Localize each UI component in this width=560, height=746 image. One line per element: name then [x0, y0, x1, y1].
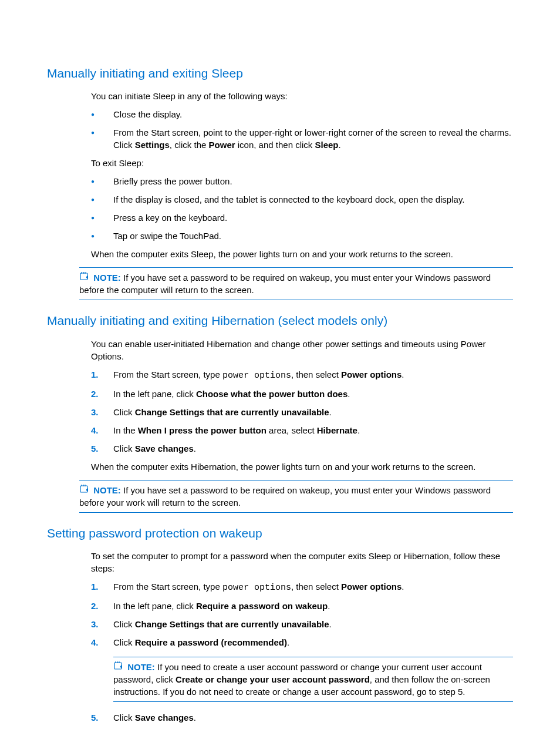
bold-text: Power options	[341, 582, 402, 592]
text: .	[329, 619, 332, 629]
text: Click	[113, 443, 135, 453]
note-icon	[113, 661, 124, 673]
bold-text: Power options	[341, 369, 402, 379]
list-item: Click Change Settings that are currently…	[91, 618, 513, 630]
list-item: Click Save changes.	[91, 442, 513, 455]
svg-rect-2	[114, 663, 122, 669]
svg-rect-1	[80, 486, 87, 492]
note-block: NOTE: If you have set a password to be r…	[79, 480, 513, 513]
text: From the Start screen, type	[113, 582, 222, 592]
note-text: If you have set a password to be require…	[79, 485, 491, 508]
text: .	[194, 713, 196, 723]
note-label: NOTE:	[93, 273, 121, 283]
list-item: Click Change Settings that are currently…	[91, 406, 513, 418]
mono-text: power options	[222, 371, 291, 381]
hibernation-steps: From the Start screen, type power option…	[91, 368, 513, 455]
note-block: NOTE: If you need to create a user accou…	[113, 657, 513, 702]
bold-text: Require a password (recommended)	[135, 637, 287, 647]
list-item: In the left pane, click Choose what the …	[91, 388, 513, 400]
list-item: Click Save changes.	[91, 711, 513, 724]
text: , then select	[291, 582, 341, 592]
password-intro: To set the computer to prompt for a pass…	[91, 550, 513, 574]
hibernation-intro: You can enable user-initiated Hibernatio…	[91, 338, 513, 362]
mono-text: power options	[222, 583, 291, 593]
text: area, select	[266, 425, 317, 435]
bold-text: Settings	[135, 140, 170, 150]
password-steps: From the Start screen, type power option…	[91, 580, 513, 724]
bold-text: Change Settings that are currently unava…	[135, 407, 329, 417]
list-item: Press a key on the keyboard.	[91, 211, 513, 224]
text: icon, and then click	[235, 140, 315, 150]
text: , click the	[170, 140, 209, 150]
bold-text: Sleep	[315, 140, 338, 150]
hibernation-after: When the computer exits Hibernation, the…	[91, 461, 513, 473]
bold-text: Choose what the power button does	[196, 389, 348, 399]
svg-rect-0	[80, 273, 87, 280]
text: Click	[113, 637, 135, 647]
bold-text: Change Settings that are currently unava…	[135, 619, 329, 629]
sleep-exit-intro: To exit Sleep:	[91, 157, 513, 169]
text: .	[329, 407, 332, 417]
list-item: Close the display.	[91, 108, 513, 120]
text: Click	[113, 713, 135, 723]
bold-text: When I press the power button	[138, 425, 266, 435]
text: , then select	[291, 369, 341, 379]
bold-text: Hibernate	[317, 425, 357, 435]
note-label: NOTE:	[93, 485, 121, 495]
bold-text: Create or change your user account passw…	[176, 674, 370, 684]
text: In the left pane, click	[113, 601, 196, 611]
bold-text: Require a password on wakeup	[196, 601, 328, 611]
text: .	[357, 425, 360, 435]
bold-text: Power	[209, 140, 235, 150]
text: From the Start screen, type	[113, 369, 222, 379]
note-label: NOTE:	[127, 662, 155, 672]
text: .	[402, 582, 404, 592]
sleep-after: When the computer exits Sleep, the power…	[91, 248, 513, 260]
list-item: From the Start screen, type power option…	[91, 368, 513, 382]
text: In the	[113, 425, 138, 435]
text: .	[402, 369, 404, 379]
list-item: From the Start screen, type power option…	[91, 580, 513, 594]
sleep-initiate-list: Close the display. From the Start screen…	[91, 108, 513, 151]
bold-text: Save changes	[135, 443, 194, 453]
list-item: From the Start screen, point to the uppe…	[91, 126, 513, 151]
note-text: If you have set a password to be require…	[79, 273, 491, 295]
note-icon	[79, 271, 90, 284]
heading-hibernation: Manually initiating and exiting Hibernat…	[47, 312, 513, 329]
text: In the left pane, click	[113, 389, 196, 399]
text: .	[194, 443, 196, 453]
note-icon	[79, 484, 90, 496]
sleep-exit-list: Briefly press the power button. If the d…	[91, 175, 513, 242]
list-item: In the left pane, click Require a passwo…	[91, 600, 513, 612]
text: .	[339, 140, 341, 150]
text: .	[348, 389, 350, 399]
list-item: Tap or swipe the TouchPad.	[91, 230, 513, 242]
text: .	[328, 601, 330, 611]
text: .	[287, 637, 289, 647]
heading-password: Setting password protection on wakeup	[47, 525, 513, 542]
heading-sleep: Manually initiating and exiting Sleep	[47, 65, 513, 82]
note-block: NOTE: If you have set a password to be r…	[79, 267, 513, 300]
sleep-intro: You can initiate Sleep in any of the fol…	[91, 90, 513, 102]
list-item: Briefly press the power button.	[91, 175, 513, 187]
text: Click	[113, 407, 135, 417]
text: Click	[113, 619, 135, 629]
bold-text: Save changes	[135, 713, 194, 723]
list-item: In the When I press the power button are…	[91, 424, 513, 436]
list-item: If the display is closed, and the tablet…	[91, 193, 513, 206]
list-item: Click Require a password (recommended). …	[91, 636, 513, 702]
